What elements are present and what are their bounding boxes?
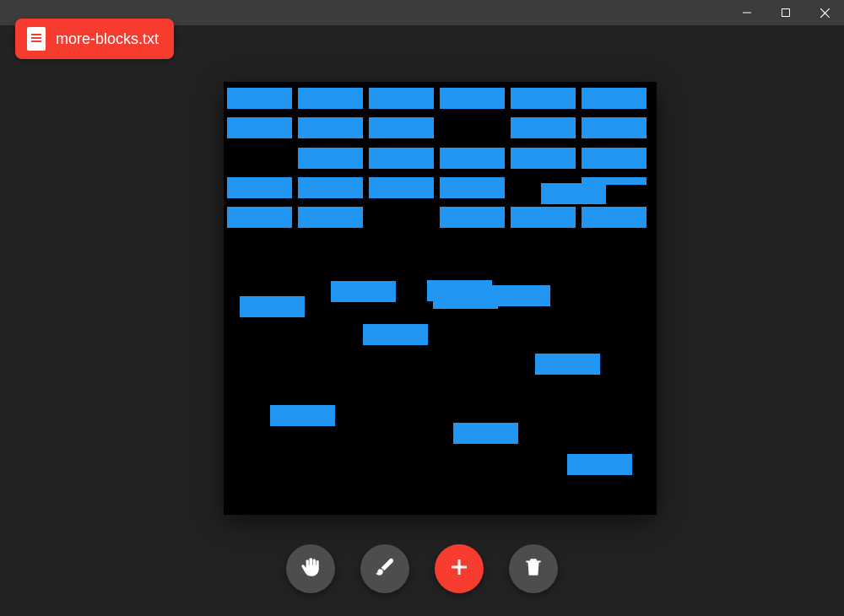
brick[interactable] [227,207,292,228]
brick[interactable] [511,148,576,169]
brick[interactable] [227,88,292,109]
brick[interactable] [440,88,505,109]
brick[interactable] [369,117,434,138]
brick[interactable] [298,177,363,198]
file-icon [27,27,46,51]
brick[interactable] [511,88,576,109]
brick[interactable] [298,207,363,228]
tool-brush[interactable] [360,544,409,593]
svg-rect-0 [743,13,751,14]
tool-trash[interactable] [509,544,558,593]
brick[interactable] [440,148,505,169]
svg-rect-1 [782,9,790,17]
brick[interactable] [541,183,606,204]
brick[interactable] [440,207,505,228]
tool-add[interactable] [435,544,484,593]
brick[interactable] [582,148,647,169]
maximize-button[interactable] [766,0,805,25]
editor-canvas[interactable] [224,82,657,515]
close-button[interactable] [805,0,844,25]
svg-line-3 [820,8,830,18]
brick[interactable] [535,354,600,375]
minimize-button[interactable] [728,0,766,25]
plus-icon [449,557,469,581]
file-chip[interactable]: more-blocks.txt [15,19,174,59]
trash-icon [522,556,544,581]
brick[interactable] [331,281,396,302]
brick[interactable] [298,148,363,169]
brick[interactable] [582,117,647,138]
brick[interactable] [369,148,434,169]
brick[interactable] [227,177,292,198]
toolbar [0,544,844,593]
brick[interactable] [298,117,363,138]
brick[interactable] [567,454,632,475]
brick[interactable] [582,177,647,185]
hand-icon [300,556,322,581]
svg-line-2 [820,8,830,18]
brick[interactable] [369,177,434,198]
file-chip-label: more-blocks.txt [56,30,159,48]
brick[interactable] [582,88,647,109]
brick[interactable] [240,296,305,317]
brick[interactable] [511,117,576,138]
brick[interactable] [369,88,434,109]
tool-hand[interactable] [286,544,335,593]
brick[interactable] [270,405,335,426]
brick[interactable] [453,423,518,444]
brick[interactable] [485,285,550,306]
brick[interactable] [582,207,647,228]
svg-rect-5 [452,566,467,569]
brick[interactable] [298,88,363,109]
brush-icon [374,556,396,581]
canvas-frame [224,82,657,515]
brick[interactable] [363,324,428,345]
brick[interactable] [511,207,576,228]
brick[interactable] [440,177,505,198]
brick[interactable] [227,117,292,138]
